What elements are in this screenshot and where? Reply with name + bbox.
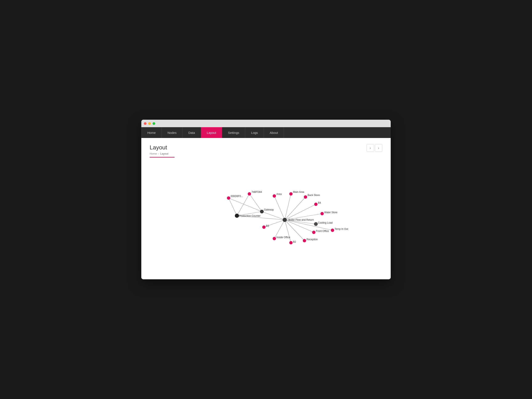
breadcrumb-separator: › (158, 152, 159, 155)
close-button[interactable] (144, 122, 146, 125)
title-bar (141, 120, 391, 127)
label-production-counter: Production Counter (239, 215, 260, 217)
label-b3: B3 (266, 224, 269, 227)
nav-arrows: ‹ › (367, 144, 382, 152)
svg-line-8 (285, 194, 291, 220)
node-water-store[interactable] (320, 212, 324, 215)
node-b4[interactable] (314, 203, 317, 206)
label-center: Boiler Flow and Return (288, 218, 314, 221)
label-7bBFD84: 7bBFD84 (252, 190, 262, 193)
node-main-area[interactable] (289, 192, 293, 196)
label-area: Area (276, 193, 282, 196)
breadcrumb-current: Layout (160, 152, 168, 155)
title-underline (150, 157, 175, 158)
label-inside-office: Inside Office (276, 236, 290, 239)
label-000D6F0: 000D6F0... (231, 195, 243, 198)
label-reception: Reception (306, 238, 318, 241)
breadcrumb: Home › Layout (150, 152, 382, 155)
node-b2[interactable] (289, 241, 293, 244)
node-front-office[interactable] (312, 231, 316, 234)
node-7bBFD84[interactable] (248, 192, 251, 196)
node-reception[interactable] (303, 239, 306, 242)
label-temp-in-out: Temp In Out (335, 228, 348, 230)
node-gateway[interactable] (260, 210, 264, 213)
node-production-counter[interactable] (235, 214, 239, 218)
next-button[interactable]: › (375, 144, 382, 152)
label-front-office: Front Office (316, 230, 329, 233)
prev-button[interactable]: ‹ (367, 144, 374, 152)
prev-icon: ‹ (370, 146, 371, 150)
node-cooling-load[interactable] (314, 222, 318, 226)
nav-item-home[interactable]: Home (141, 127, 162, 138)
svg-line-5 (262, 212, 285, 220)
nav-item-layout[interactable]: Layout (201, 127, 222, 138)
nav-item-nodes[interactable]: Nodes (162, 127, 183, 138)
svg-line-9 (285, 197, 305, 220)
svg-line-10 (285, 204, 316, 220)
svg-line-0 (228, 198, 237, 216)
nav-item-about[interactable]: About (264, 127, 284, 138)
label-b2: B2 (293, 241, 296, 243)
node-inside-office[interactable] (273, 237, 276, 240)
maximize-button[interactable] (152, 122, 155, 125)
page-content: Layout Home › Layout ‹ › (141, 138, 391, 279)
svg-line-3 (228, 198, 262, 212)
node-back-store[interactable] (304, 195, 307, 199)
node-temp-in-out[interactable] (331, 228, 334, 232)
label-main-area: Main Area (293, 190, 304, 193)
network-graph[interactable]: Boiler Flow and Return Gateway Productio… (150, 162, 382, 253)
node-area[interactable] (273, 194, 276, 198)
node-b3[interactable] (262, 226, 266, 229)
label-back-store: Back Store (308, 194, 320, 196)
nav-item-logs[interactable]: Logs (245, 127, 264, 138)
nav-item-data[interactable]: Data (183, 127, 201, 138)
node-center[interactable] (283, 218, 287, 222)
page-title: Layout (150, 144, 382, 151)
label-cooling-load: Cooling Load (318, 221, 333, 224)
svg-line-7 (274, 196, 285, 220)
nav-item-settings[interactable]: Settings (222, 127, 245, 138)
label-b4: B4 (318, 201, 321, 204)
label-gateway: Gateway (264, 208, 274, 211)
node-000D6F0[interactable] (227, 196, 230, 200)
breadcrumb-home[interactable]: Home (150, 152, 157, 155)
network-graph-container: Boiler Flow and Return Gateway Productio… (150, 162, 382, 253)
app-window: Home Nodes Data Layout Settings Logs Abo… (141, 120, 391, 279)
minimize-button[interactable] (148, 122, 151, 125)
navbar: Home Nodes Data Layout Settings Logs Abo… (141, 127, 391, 138)
label-water-store: Water Store (324, 211, 337, 214)
next-icon: › (378, 146, 379, 150)
